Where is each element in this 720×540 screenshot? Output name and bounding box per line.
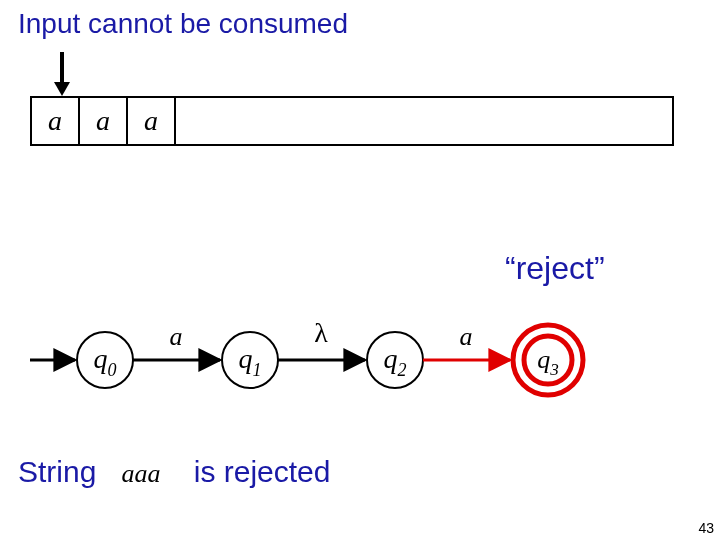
svg-marker-1 — [54, 82, 70, 96]
tape-cell-empty — [176, 98, 672, 144]
transition-label: a — [170, 322, 183, 351]
tape-cell: a — [128, 98, 176, 144]
state-diagram: q0 a q1 λ q2 a q3 — [20, 300, 700, 420]
tape-cell: a — [80, 98, 128, 144]
state-q0: q0 — [77, 332, 133, 388]
result-suffix: is rejected — [194, 455, 331, 488]
state-q3-final: q3 — [513, 325, 583, 395]
result-sentence: String aaa is rejected — [18, 455, 330, 489]
reject-label: “reject” — [505, 250, 605, 287]
tape-cell: a — [32, 98, 80, 144]
input-pointer-arrow — [50, 50, 74, 96]
transition-label: λ — [314, 317, 328, 348]
transition-label: a — [460, 322, 473, 351]
input-tape: a a a — [30, 96, 674, 146]
state-q2: q2 — [367, 332, 423, 388]
result-prefix: String — [18, 455, 96, 488]
slide-title: Input cannot be consumed — [18, 8, 348, 40]
state-q1: q1 — [222, 332, 278, 388]
slide-number: 43 — [698, 520, 714, 536]
result-string: aaa — [121, 459, 160, 488]
